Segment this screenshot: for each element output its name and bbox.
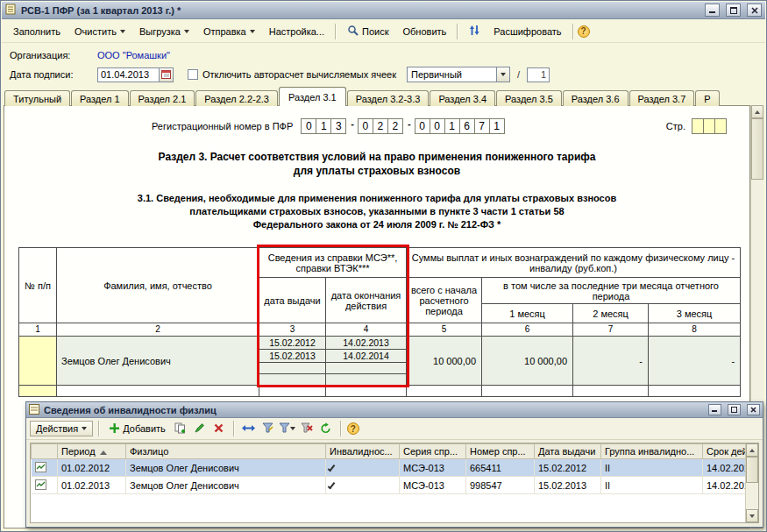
report-kind-combo[interactable]: Первичный <box>407 67 510 82</box>
cell-group[interactable]: II <box>601 477 703 494</box>
tab-razdel-3-5[interactable]: Раздел 3.5 <box>496 90 562 106</box>
combo-dropdown-button[interactable] <box>496 67 509 82</box>
cell-issue-date[interactable]: 15.02.2013 <box>535 477 601 494</box>
tab-razdel-2-1[interactable]: Раздел 2.1 <box>130 90 195 106</box>
refresh-button[interactable]: Обновить <box>396 23 454 40</box>
total-cell[interactable]: 10 000,00 <box>407 337 482 386</box>
column-issue-date[interactable]: Дата выдачи <box>535 444 601 459</box>
search-button[interactable]: Поиск <box>340 21 395 41</box>
cell-period[interactable]: 01.02.2013 <box>58 477 126 494</box>
filter-clear-button[interactable] <box>298 421 316 437</box>
total-cell[interactable] <box>407 386 482 397</box>
reg-digit-box[interactable]: 7 <box>474 118 490 134</box>
list-row[interactable]: 01.02.2013 Земцов Олег Денисович МСЭ-013… <box>32 477 753 494</box>
column-disability[interactable]: Инвалиднос... <box>326 444 400 459</box>
date-range-button[interactable] <box>240 421 258 437</box>
cert-issued-cell[interactable]: 15.02.2012 <box>259 337 326 350</box>
person-name-cell[interactable] <box>57 386 259 397</box>
send-button[interactable]: Отправка <box>196 23 262 40</box>
maximize-button[interactable] <box>726 4 741 17</box>
actions-button[interactable]: Действия <box>30 421 93 436</box>
reg-digit-box[interactable]: 0 <box>430 118 445 134</box>
help-icon[interactable]: ? <box>578 25 590 38</box>
tab-titulny[interactable]: Титульный <box>4 90 70 106</box>
scroll-track[interactable] <box>746 483 758 509</box>
cell-disability[interactable] <box>326 459 400 477</box>
reg-digit-box[interactable]: 6 <box>459 118 475 134</box>
cell-disability[interactable] <box>326 477 400 494</box>
tab-razdel-1[interactable]: Раздел 1 <box>71 90 129 106</box>
month1-cell[interactable]: 10 000,00 <box>482 337 573 386</box>
organization-value-link[interactable]: ООО "Ромашки" <box>97 50 170 60</box>
cert-issued-cell[interactable] <box>259 363 326 374</box>
transfer-button[interactable] <box>462 21 486 41</box>
refresh-list-button[interactable] <box>317 421 335 437</box>
tab-razdel-3-7[interactable]: Раздел 3.7 <box>629 90 695 106</box>
settings-button[interactable]: Настройка... <box>262 23 331 40</box>
fill-button[interactable]: Заполнить <box>6 23 67 40</box>
reg-digit-box[interactable]: 2 <box>373 118 388 134</box>
scroll-up-button[interactable] <box>746 443 758 457</box>
column-person[interactable]: Физлицо <box>126 444 326 459</box>
cell-period[interactable]: 01.02.2012 <box>58 459 126 477</box>
reg-digit-box[interactable]: 1 <box>316 118 331 134</box>
help-icon[interactable]: ? <box>347 422 359 435</box>
tab-razdel-3-2-3-3[interactable]: Раздел 3.2-3.3 <box>347 90 430 106</box>
reg-digit-box[interactable]: 3 <box>330 118 346 134</box>
scroll-down-button[interactable] <box>746 509 758 522</box>
column-period[interactable]: Период <box>58 444 126 459</box>
autocalc-checkbox[interactable] <box>188 69 198 80</box>
cert-expires-cell[interactable]: 14.02.2013 <box>326 337 407 350</box>
tab-razdel-3-4[interactable]: Раздел 3.4 <box>430 90 495 106</box>
scroll-thumb[interactable] <box>751 118 763 180</box>
minimize-button[interactable] <box>705 4 720 17</box>
row-num-cell[interactable] <box>19 386 57 397</box>
page-box[interactable] <box>692 118 704 134</box>
cell-group[interactable]: II <box>601 459 703 477</box>
month1-cell[interactable] <box>482 386 573 397</box>
disability-maximize-button[interactable] <box>728 404 741 415</box>
column-group[interactable]: Группа инвалидно... <box>601 444 703 459</box>
correction-number-input[interactable]: 1 <box>527 67 550 82</box>
cell-number[interactable]: 998547 <box>466 477 535 494</box>
month3-cell[interactable]: - <box>649 337 741 386</box>
row-num-cell[interactable] <box>19 337 57 386</box>
tab-razdel-2-2-2-3[interactable]: Раздел 2.2-2.3 <box>195 90 278 106</box>
disability-vertical-scrollbar[interactable] <box>745 443 758 522</box>
scroll-thumb[interactable] <box>746 457 758 483</box>
reg-digit-box[interactable]: 1 <box>489 118 505 134</box>
reg-digit-box[interactable]: 2 <box>387 118 403 134</box>
tab-cut[interactable]: Р <box>695 90 719 106</box>
cell-issue-date[interactable]: 15.02.2012 <box>535 459 601 477</box>
cert-issued-cell[interactable] <box>259 374 326 386</box>
tab-razdel-3-6[interactable]: Раздел 3.6 <box>563 90 629 106</box>
cell-series[interactable]: МСЭ-013 <box>400 477 466 494</box>
tab-razdel-3-1[interactable]: Раздел 3.1 <box>279 87 346 106</box>
cell-number[interactable]: 665411 <box>466 459 535 477</box>
list-row[interactable]: 01.02.2012 Земцов Олег Денисович МСЭ-013… <box>32 459 753 477</box>
cert-issued-cell[interactable] <box>259 386 326 397</box>
filter-button[interactable] <box>279 421 296 437</box>
column-series[interactable]: Серия спр... <box>400 444 466 459</box>
disability-close-button[interactable] <box>747 404 760 415</box>
cell-series[interactable]: МСЭ-013 <box>400 459 466 477</box>
clear-button[interactable]: Очистить <box>67 23 132 40</box>
delete-button[interactable] <box>210 421 228 437</box>
cell-person[interactable]: Земцов Олег Денисович <box>126 477 326 494</box>
close-button[interactable] <box>747 4 762 17</box>
cert-issued-cell[interactable]: 15.02.2013 <box>259 350 326 363</box>
filter-settings-button[interactable] <box>259 421 277 437</box>
export-button[interactable]: Выгрузка <box>132 23 196 40</box>
month3-cell[interactable] <box>649 386 741 397</box>
page-box[interactable] <box>703 118 715 134</box>
explain-button[interactable]: Расшифровать <box>486 23 568 40</box>
disability-minimize-button[interactable] <box>708 404 721 415</box>
add-copy-button[interactable] <box>172 421 189 437</box>
cert-expires-cell[interactable] <box>326 386 407 397</box>
reg-digit-box[interactable]: 1 <box>444 118 460 134</box>
scroll-up-button[interactable] <box>751 105 763 118</box>
person-name-cell[interactable]: Земцов Олег Денисович <box>57 337 259 386</box>
calendar-button[interactable] <box>159 67 174 82</box>
sign-date-input[interactable]: 01.04.2013 <box>97 67 159 82</box>
reg-digit-box[interactable]: 0 <box>415 118 430 134</box>
